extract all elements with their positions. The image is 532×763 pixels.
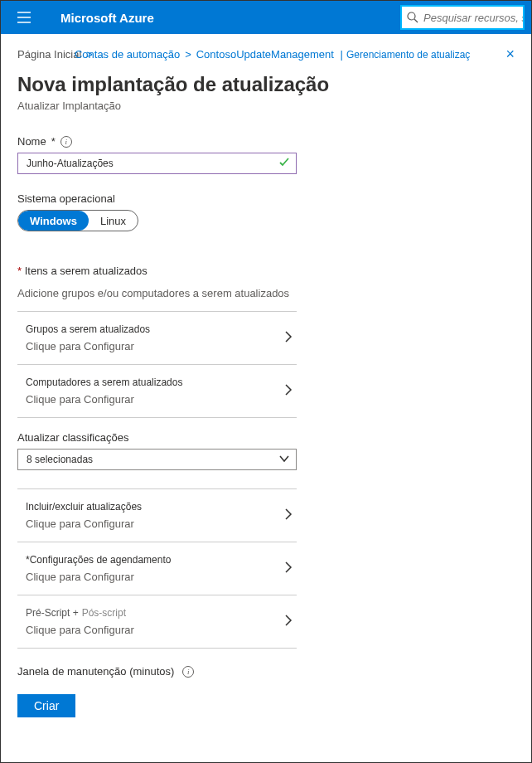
- chevron-right-icon: [283, 614, 293, 630]
- chevron-right-icon: >: [185, 48, 191, 61]
- groups-sub: Clique para Configurar: [26, 340, 283, 352]
- divider: [17, 648, 297, 649]
- divider: [17, 417, 297, 418]
- chevron-right-icon: [283, 330, 293, 347]
- os-toggle: Windows Linux: [17, 210, 138, 231]
- svg-line-1: [414, 19, 418, 22]
- top-bar: Microsoft Azure: [1, 1, 531, 34]
- svg-point-0: [408, 12, 415, 20]
- breadcrumb-pipe: |: [337, 48, 343, 61]
- pre-post-title: Pré-Script +Pós-script: [26, 607, 283, 619]
- include-exclude-title: Incluir/excluir atualizações: [26, 501, 283, 513]
- classifications-label: Atualizar classificações: [17, 431, 515, 444]
- breadcrumb: Página Inicial > Contas de automação > C…: [1, 34, 531, 70]
- groups-title: Grupos a serem atualizados: [26, 323, 283, 335]
- computers-title: Computadores a serem atualizados: [26, 377, 283, 388]
- name-label: Nome* i: [17, 135, 515, 148]
- breadcrumb-home[interactable]: Página Inicial: [17, 48, 81, 61]
- schedule-title: *Configurações de agendamento: [26, 554, 283, 566]
- os-label: Sistema operacional: [17, 192, 515, 205]
- info-icon[interactable]: i: [182, 666, 194, 678]
- chevron-down-icon: [278, 453, 290, 468]
- include-exclude-sub: Clique para Configurar: [26, 518, 283, 530]
- breadcrumb-resource[interactable]: ContosoUpdateManagement: [196, 48, 334, 61]
- groups-row[interactable]: Grupos a serem atualizados Clique para C…: [17, 312, 297, 364]
- search-icon: [407, 12, 418, 23]
- name-input[interactable]: [17, 153, 297, 174]
- create-button[interactable]: Criar: [17, 694, 75, 717]
- search-box[interactable]: [400, 5, 525, 30]
- page-title: Nova implantação de atualização: [17, 73, 515, 96]
- breadcrumb-section[interactable]: Gerenciamento de atualizaç: [346, 49, 470, 61]
- items-help: Adicione grupos e/ou computadores a sere…: [17, 287, 515, 299]
- items-header: * Itens a serem atualizados: [17, 265, 515, 277]
- pre-post-sub: Clique para Configurar: [26, 624, 283, 636]
- os-option-windows[interactable]: Windows: [18, 211, 89, 231]
- close-icon[interactable]: ×: [505, 46, 515, 63]
- menu-icon[interactable]: [7, 12, 41, 23]
- os-option-linux[interactable]: Linux: [89, 211, 138, 231]
- search-input[interactable]: [423, 12, 523, 24]
- breadcrumb-accounts[interactable]: Contas de automação: [75, 48, 180, 61]
- pre-post-script-row[interactable]: Pré-Script +Pós-script Clique para Confi…: [17, 595, 297, 648]
- chevron-right-icon: [283, 561, 293, 577]
- info-icon[interactable]: i: [60, 136, 72, 148]
- schedule-sub: Clique para Configurar: [26, 571, 283, 583]
- brand-label: Microsoft Azure: [60, 11, 154, 25]
- computers-row[interactable]: Computadores a serem atualizados Clique …: [17, 365, 297, 417]
- chevron-right-icon: [283, 383, 293, 400]
- chevron-right-icon: [283, 508, 293, 524]
- checkmark-icon: [278, 157, 290, 172]
- page-subtitle: Atualizar Implantação: [17, 100, 515, 112]
- maintenance-window-label: Janela de manutenção (minutos) i: [17, 665, 515, 678]
- schedule-row[interactable]: *Configurações de agendamento Clique par…: [17, 542, 297, 595]
- classifications-select[interactable]: 8 selecionadas: [17, 449, 297, 470]
- computers-sub: Clique para Configurar: [26, 393, 283, 406]
- include-exclude-row[interactable]: Incluir/excluir atualizações Clique para…: [17, 489, 297, 542]
